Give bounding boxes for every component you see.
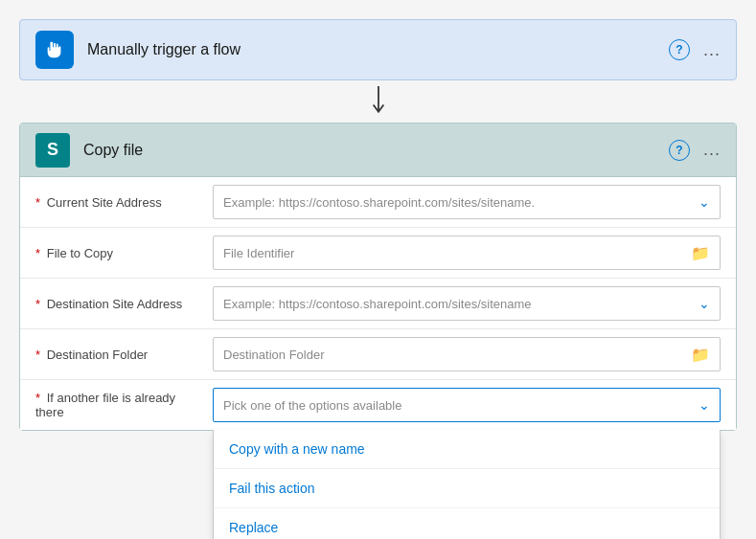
label-dest-folder: * Destination Folder <box>35 348 213 362</box>
sharepoint-icon-container: S <box>35 133 70 168</box>
label-file-to-copy: * File to Copy <box>35 246 213 260</box>
trigger-actions: ? ... <box>669 39 721 60</box>
action-title: Copy file <box>83 142 669 159</box>
form-body: * Current Site Address Example: https://… <box>20 177 736 430</box>
required-star-3: * <box>35 297 40 311</box>
action-header: S Copy file ? ... <box>20 124 736 177</box>
trigger-icon-container <box>35 31 74 69</box>
dropdown-item-fail-action[interactable]: Fail this action <box>214 469 720 508</box>
trigger-help-button[interactable]: ? <box>669 39 690 60</box>
label-current-site: * Current Site Address <box>35 195 213 210</box>
form-row-dest-folder: * Destination Folder Destination Folder … <box>20 329 736 380</box>
placeholder-current-site: Example: https://contoso.sharepoint.com/… <box>223 195 535 210</box>
form-row-file-to-copy: * File to Copy File Identifier 📁 <box>20 228 736 279</box>
placeholder-dest-site: Example: https://contoso.sharepoint.com/… <box>223 297 532 311</box>
required-star-5: * <box>35 391 40 405</box>
folder-icon-2: 📁 <box>691 346 710 364</box>
trigger-block: Manually trigger a flow ? ... <box>19 19 737 80</box>
label-dest-site: * Destination Site Address <box>35 297 213 311</box>
form-row-current-site: * Current Site Address Example: https://… <box>20 177 736 228</box>
placeholder-file-to-copy: File Identifier <box>223 246 294 260</box>
form-row-dest-site: * Destination Site Address Example: http… <box>20 279 736 329</box>
input-dest-folder[interactable]: Destination Folder 📁 <box>213 337 721 371</box>
required-star-2: * <box>35 246 40 260</box>
dropdown-item-copy-new-name[interactable]: Copy with a new name <box>214 430 720 469</box>
input-if-another[interactable]: Pick one of the options available ⌄ <box>213 388 721 422</box>
input-current-site[interactable]: Example: https://contoso.sharepoint.com/… <box>213 185 721 219</box>
chevron-down-icon-2: ⌄ <box>699 296 710 311</box>
trigger-more-button[interactable]: ... <box>703 40 721 60</box>
sharepoint-icon-letter: S <box>47 140 58 160</box>
action-form: * Current Site Address Example: https://… <box>20 177 736 430</box>
placeholder-if-another: Pick one of the options available <box>223 398 401 413</box>
hand-icon <box>44 39 65 60</box>
chevron-down-icon-1: ⌄ <box>699 194 710 210</box>
action-more-button[interactable]: ... <box>703 140 721 160</box>
flow-canvas: Manually trigger a flow ? ... S Copy fil… <box>19 19 737 431</box>
chevron-down-icon-3: ⌄ <box>699 397 710 413</box>
dropdown-options-menu: Copy with a new name Fail this action Re… <box>213 430 721 539</box>
placeholder-dest-folder: Destination Folder <box>223 348 325 362</box>
arrow-down-icon <box>367 86 390 117</box>
action-help-button[interactable]: ? <box>669 140 690 161</box>
required-star-4: * <box>35 348 40 362</box>
input-dest-site[interactable]: Example: https://contoso.sharepoint.com/… <box>213 286 721 321</box>
form-row-if-another: * If another file is already there Pick … <box>20 380 736 430</box>
folder-icon-1: 📁 <box>691 244 710 262</box>
action-header-buttons: ? ... <box>669 140 721 161</box>
flow-arrow <box>367 86 390 117</box>
dropdown-item-replace[interactable]: Replace <box>214 508 720 539</box>
required-star-1: * <box>35 195 40 210</box>
trigger-title: Manually trigger a flow <box>87 41 669 58</box>
input-file-to-copy[interactable]: File Identifier 📁 <box>213 236 721 270</box>
copy-file-block: S Copy file ? ... * Current Site Address… <box>19 123 737 431</box>
label-if-another: * If another file is already there <box>35 391 213 419</box>
